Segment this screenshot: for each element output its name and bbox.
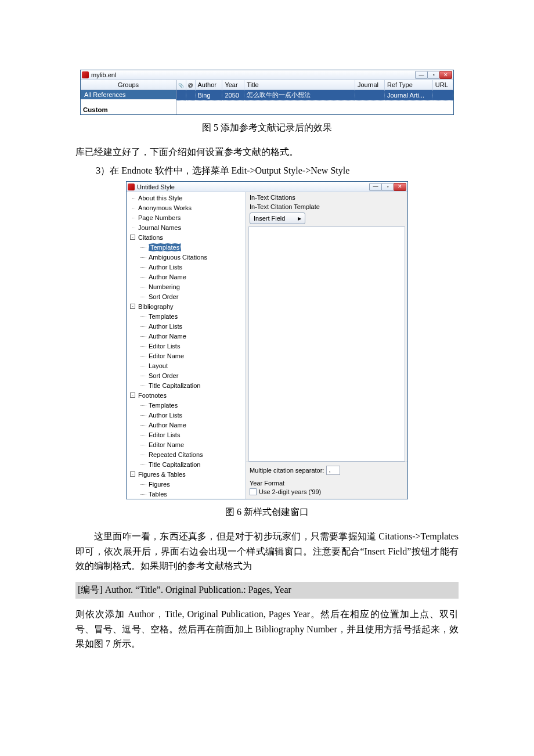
pane-subheading: In-Text Citation Template [246,201,407,211]
paperclip-icon [178,81,184,88]
tree-item-fn-editor-lists[interactable]: Editor Lists [127,430,246,440]
tree-item-journal-names[interactable]: Journal Names [127,223,246,233]
col-title[interactable]: Title [244,80,355,90]
window-title: mylib.enl [91,71,116,78]
figure5-caption: 图 5 添加参考文献记录后的效果 [75,122,459,134]
window-titlebar: mylib.enl — ▫ ✕ [81,70,453,80]
paragraph: 3）在 Endnote 软件中，选择菜单 Edit->Output Style-… [75,163,459,178]
tree-item-fn-author-lists[interactable]: Author Lists [127,411,246,420]
custom-group[interactable]: Custom [81,99,176,114]
maximize-button[interactable]: ▫ [427,71,440,79]
maximize-button[interactable]: ▫ [381,183,394,191]
tree-group-figures[interactable]: -Figures & Tables [127,470,246,480]
paragraph: 则依次添加 Author，Title, Original Publication… [75,607,459,651]
checkbox-label: Use 2-digit years ('99) [259,488,321,495]
figure6-caption: 图 6 新样式创建窗口 [75,506,459,519]
paragraph: 库已经建立好了，下面介绍如何设置参考文献的格式。 [75,145,459,160]
tree-item-bib-editor-lists[interactable]: Editor Lists [127,341,246,351]
tree-item-author-name[interactable]: Author Name [127,272,246,282]
tree-item-bib-author-lists[interactable]: Author Lists [127,322,246,332]
tree-item-bib-author-name[interactable]: Author Name [127,332,246,341]
tree-item-bib-sort-order[interactable]: Sort Order [127,371,246,381]
minimize-button[interactable]: — [415,71,428,79]
editor-pane: In-Text Citations In-Text Citation Templ… [246,192,407,499]
pane-heading: In-Text Citations [246,192,407,201]
year-format-label: Year Format [250,480,404,487]
table-row[interactable]: Bing 2050 怎么吹牛的一点小想法 Journal Arti... [176,90,453,100]
tree-group-bibliography[interactable]: -Bibliography [127,302,246,312]
tree-item-sort-order[interactable]: Sort Order [127,292,246,302]
tree-item-fn-author-name[interactable]: Author Name [127,420,246,430]
chevron-right-icon: ▶ [298,216,301,221]
tree-item-page-numbers[interactable]: Page Numbers [127,213,246,223]
tree-item-templates[interactable]: Templates [127,243,246,253]
two-digit-years-checkbox[interactable] [250,488,257,495]
groups-header: Groups [81,80,176,90]
minimize-button[interactable]: — [369,183,382,191]
template-editor[interactable] [248,226,405,462]
tree-item-bib-layout[interactable]: Layout [127,361,246,371]
groups-panel: Groups All References Custom [81,80,176,114]
close-button[interactable]: ✕ [394,183,406,191]
tree-item-bib-title-cap[interactable]: Title Capitalization [127,381,246,391]
app-icon [82,71,89,78]
tree-item-fn-editor-name[interactable]: Editor Name [127,440,246,450]
all-references-item[interactable]: All References [81,90,176,99]
tree-item-fn-templates[interactable]: Templates [127,401,246,411]
col-year[interactable]: Year [222,80,244,90]
at-icon [187,81,193,88]
tree-item-author-lists[interactable]: Author Lists [127,262,246,272]
col-attach[interactable] [176,80,186,90]
paragraph: 这里面咋一看，东西还真多，但是对于初步玩家们，只需要掌握知道 Citations… [75,529,459,574]
tree-item-anon[interactable]: Anonymous Works [127,203,246,213]
tree-item-bib-templates[interactable]: Templates [127,312,246,322]
format-example: [编号] Author. “Title”. Original Publicati… [75,582,459,599]
references-table: Author Year Title Journal Ref Type URL B… [176,80,453,100]
tree-item-numbering[interactable]: Numbering [127,282,246,292]
style-tree: About this Style Anonymous Works Page Nu… [127,192,246,499]
col-author[interactable]: Author [195,80,222,90]
tree-item-fn-repeated[interactable]: Repeated Citations [127,450,246,460]
tree-group-footnotes[interactable]: -Footnotes [127,391,246,401]
window-title: Untitled Style [137,183,175,190]
col-reftype[interactable]: Ref Type [384,80,432,90]
col-figure[interactable] [186,80,195,90]
endnote-library-window: mylib.enl — ▫ ✕ Groups All References Cu… [80,70,454,115]
style-editor-window: Untitled Style — ▫ ✕ About this Style An… [126,181,408,499]
separator-input[interactable]: , [326,466,340,475]
tree-item-about[interactable]: About this Style [127,193,246,203]
app-icon [128,183,135,190]
col-url[interactable]: URL [432,80,453,90]
separator-label: Multiple citation separator: [250,467,324,474]
tree-item-bib-editor-name[interactable]: Editor Name [127,351,246,361]
tree-item-tables[interactable]: Tables [127,489,246,499]
tree-group-citations[interactable]: -Citations [127,233,246,243]
tree-item-figures[interactable]: Figures [127,480,246,489]
close-button[interactable]: ✕ [439,71,452,79]
insert-field-button[interactable]: Insert Field ▶ [250,213,305,224]
col-journal[interactable]: Journal [355,80,384,90]
window-titlebar: Untitled Style — ▫ ✕ [127,182,407,192]
tree-item-ambiguous[interactable]: Ambiguous Citations [127,253,246,262]
tree-item-fn-title-cap[interactable]: Title Capitalization [127,460,246,470]
